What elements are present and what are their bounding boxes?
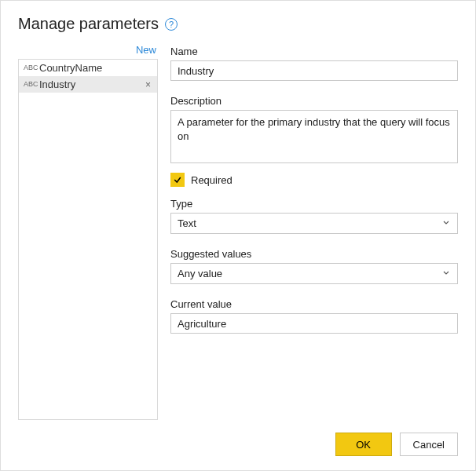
- cancel-button[interactable]: Cancel: [400, 433, 458, 456]
- type-label: Type: [170, 198, 458, 210]
- suggested-values-value: Any value: [178, 268, 222, 279]
- type-select[interactable]: Text: [170, 213, 458, 234]
- dialog-header: Manage parameters ?: [18, 15, 458, 33]
- parameter-form: Name Description Required Type Text Sugg…: [170, 44, 458, 420]
- new-link-row: New: [18, 44, 158, 59]
- chevron-down-icon: [441, 217, 451, 229]
- name-label: Name: [170, 46, 458, 57]
- parameter-list-panel: New ABC CountryName × ABC Industry ×: [18, 44, 158, 420]
- suggested-values-select[interactable]: Any value: [170, 263, 458, 284]
- delete-parameter-icon[interactable]: ×: [144, 79, 152, 90]
- manage-parameters-dialog: Manage parameters ? New ABC CountryName …: [0, 0, 476, 471]
- parameter-item-countryname[interactable]: ABC CountryName ×: [19, 60, 157, 76]
- parameter-item-label: Industry: [39, 78, 139, 90]
- description-label: Description: [170, 95, 458, 107]
- dialog-footer: OK Cancel: [18, 420, 458, 456]
- required-checkbox[interactable]: [170, 173, 185, 187]
- dialog-body: New ABC CountryName × ABC Industry × Nam…: [18, 44, 458, 420]
- checkmark-icon: [173, 175, 182, 184]
- help-icon[interactable]: ?: [165, 18, 178, 31]
- name-input[interactable]: [170, 60, 458, 81]
- new-parameter-link[interactable]: New: [136, 44, 156, 56]
- current-value-label: Current value: [170, 298, 458, 310]
- chevron-down-icon: [441, 268, 451, 279]
- current-value-input[interactable]: [170, 313, 458, 334]
- description-textarea[interactable]: [170, 110, 458, 163]
- required-label: Required: [191, 174, 233, 186]
- type-select-value: Text: [178, 217, 196, 229]
- dialog-title: Manage parameters: [18, 15, 159, 33]
- ok-button[interactable]: OK: [335, 433, 392, 456]
- parameter-item-label: CountryName: [39, 62, 139, 74]
- abc-type-icon: ABC: [24, 64, 35, 71]
- parameter-item-industry[interactable]: ABC Industry ×: [19, 76, 157, 93]
- abc-type-icon: ABC: [24, 81, 35, 88]
- suggested-values-label: Suggested values: [170, 248, 458, 260]
- required-row: Required: [170, 173, 458, 187]
- parameter-list: ABC CountryName × ABC Industry ×: [18, 59, 158, 420]
